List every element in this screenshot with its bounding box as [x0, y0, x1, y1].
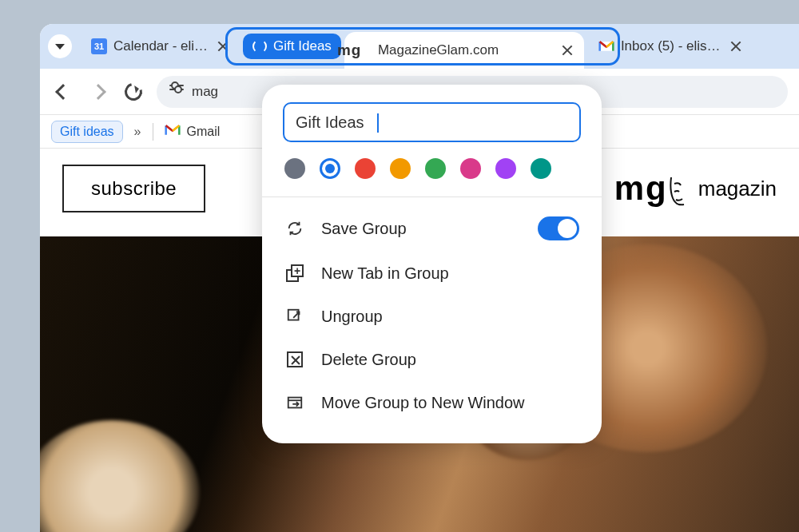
browser-window: 31 Calendar - eli… Gift Ideas mg Magazin…: [40, 24, 799, 532]
tab-group-bookmark[interactable]: Gift ideas: [51, 121, 123, 143]
menu-label: Delete Group: [321, 351, 416, 369]
group-name-field-wrap: [283, 102, 581, 142]
brand-text: magazin: [698, 177, 777, 201]
tab-label: MagazineGlam.com: [378, 42, 499, 58]
menu-new-tab-in-group[interactable]: + New Tab in Group: [262, 252, 602, 295]
sync-icon: [284, 218, 305, 239]
menu-list: Save Group + New Tab in Group Ungroup D: [262, 197, 602, 432]
reload-button[interactable]: [121, 80, 145, 104]
brand-face-icon: [668, 174, 687, 208]
back-button[interactable]: [51, 80, 75, 104]
svg-rect-1: [288, 398, 302, 408]
bookmark-label: Gmail: [187, 125, 221, 139]
reload-icon: [121, 79, 145, 103]
color-grey[interactable]: [284, 158, 305, 179]
tab-inbox[interactable]: Inbox (5) - elis…: [587, 30, 753, 62]
site-settings-icon[interactable]: [169, 85, 184, 99]
close-tab-icon[interactable]: [562, 45, 573, 56]
color-orange[interactable]: [390, 158, 411, 179]
chevron-down-icon: [55, 44, 65, 50]
menu-label: Move Group to New Window: [321, 394, 525, 412]
color-purple[interactable]: [495, 158, 516, 179]
menu-save-group[interactable]: Save Group: [262, 205, 602, 252]
close-tab-icon[interactable]: [217, 41, 229, 52]
arrow-left-icon: [55, 84, 71, 100]
menu-label: Ungroup: [321, 308, 383, 326]
tab-magazineglam[interactable]: mg MagazineGlam.com: [344, 32, 584, 69]
tab-strip: 31 Calendar - eli… Gift Ideas mg Magazin…: [40, 24, 799, 69]
menu-delete-group[interactable]: Delete Group: [262, 338, 602, 381]
tab-calendar[interactable]: 31 Calendar - eli…: [80, 30, 240, 62]
color-blue-selected[interactable]: [320, 158, 340, 179]
menu-label: New Tab in Group: [321, 264, 449, 283]
ungroup-icon: [284, 306, 305, 327]
tab-group-pill[interactable]: Gift Ideas: [243, 34, 341, 59]
tab-group-menu: Save Group + New Tab in Group Ungroup D: [262, 85, 602, 443]
menu-ungroup[interactable]: Ungroup: [262, 295, 602, 338]
menu-move-group-new-window[interactable]: Move Group to New Window: [262, 381, 602, 424]
decorative-blob: [40, 420, 200, 532]
brand-logo: mg: [614, 169, 687, 208]
tab-group-name: Gift Ideas: [273, 38, 332, 54]
gmail-icon: [598, 38, 614, 54]
bookmark-gmail[interactable]: Gmail: [165, 124, 221, 140]
calendar-icon: 31: [91, 38, 107, 54]
group-name-input[interactable]: [283, 102, 581, 142]
site-brand: mg magazin: [614, 169, 777, 208]
site-favicon: mg: [356, 42, 372, 58]
move-window-icon: [284, 392, 305, 413]
tab-label: Calendar - eli…: [113, 38, 208, 54]
color-green[interactable]: [425, 158, 446, 179]
divider: [153, 123, 153, 141]
sync-icon: [252, 39, 267, 54]
color-swatches: [283, 142, 581, 197]
address-text: mag: [192, 84, 218, 100]
text-caret: [377, 113, 379, 133]
close-tab-icon[interactable]: [730, 41, 741, 52]
save-group-toggle[interactable]: [538, 216, 579, 240]
gmail-icon: [165, 124, 181, 140]
color-teal[interactable]: [531, 158, 551, 179]
subscribe-button[interactable]: subscribe: [62, 165, 205, 212]
color-red[interactable]: [355, 158, 376, 179]
color-pink[interactable]: [460, 158, 481, 179]
menu-label: Save Group: [321, 220, 407, 238]
new-tab-icon: +: [284, 263, 305, 284]
forward-button[interactable]: [86, 80, 110, 104]
delete-icon: [284, 349, 305, 370]
bookmarks-overflow[interactable]: »: [134, 125, 141, 139]
arrow-right-icon: [90, 84, 106, 100]
tab-label: Inbox (5) - elis…: [621, 38, 721, 54]
tab-search-button[interactable]: [48, 34, 72, 58]
